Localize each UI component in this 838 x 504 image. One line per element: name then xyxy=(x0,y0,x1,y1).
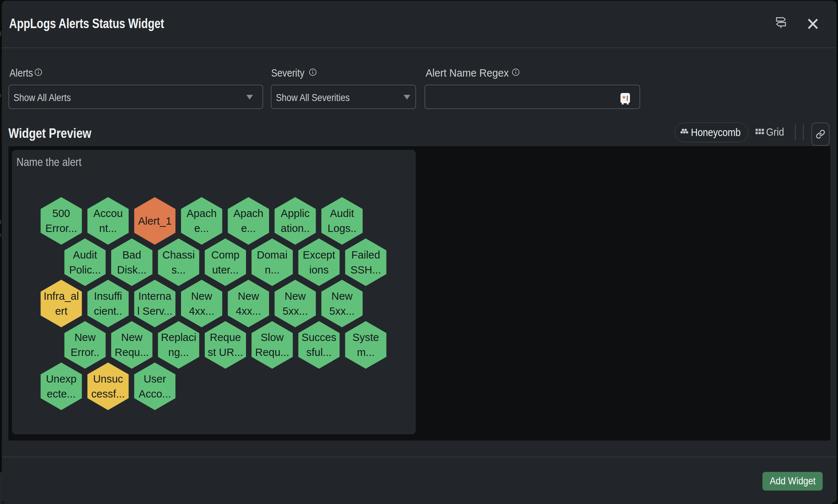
svg-text:*: * xyxy=(622,94,626,102)
